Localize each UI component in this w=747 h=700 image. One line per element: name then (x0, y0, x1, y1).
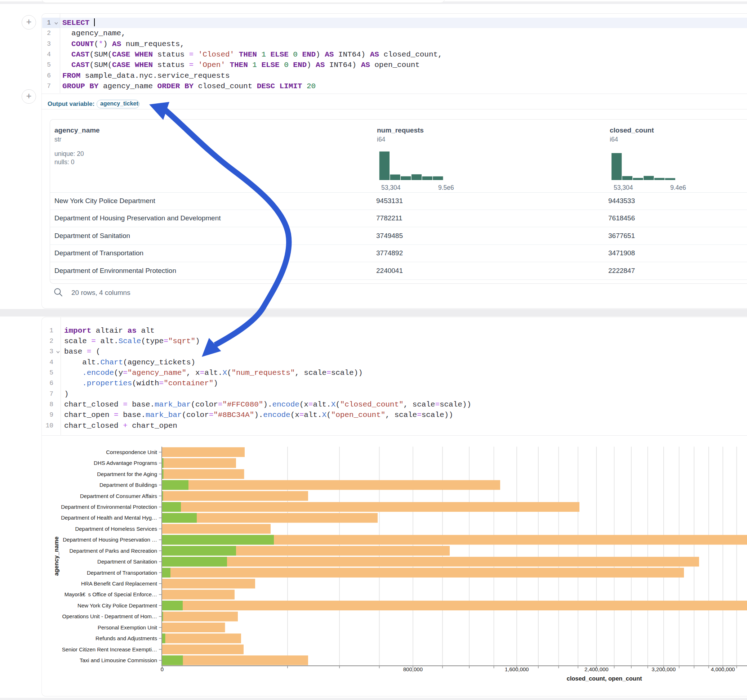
svg-text:DHS Advantage Programs: DHS Advantage Programs (94, 460, 157, 466)
svg-text:Department of Buildings: Department of Buildings (100, 482, 157, 488)
svg-text:Taxi and Limousine Commission: Taxi and Limousine Commission (80, 657, 157, 663)
svg-text:4,000,000: 4,000,000 (711, 666, 735, 672)
svg-text:New York City Police Departmen: New York City Police Department (77, 602, 157, 608)
svg-text:Refunds and Adjustments: Refunds and Adjustments (95, 635, 157, 641)
svg-text:Operations Unit - Department o: Operations Unit - Department of Hom… (62, 613, 157, 619)
svg-text:agency_name: agency_name (53, 537, 59, 576)
svg-text:Department of Parks and Recrea: Department of Parks and Recreation (70, 548, 157, 554)
svg-text:Department of Health and Menta: Department of Health and Mental Hyg… (61, 514, 157, 520)
svg-text:Department for the Aging: Department for the Aging (97, 471, 157, 477)
svg-text:800,000: 800,000 (403, 666, 423, 672)
svg-text:Department of Housing Preserva: Department of Housing Preservation … (63, 537, 157, 543)
svg-text:HRA Benefit Card Replacement: HRA Benefit Card Replacement (81, 581, 157, 587)
svg-text:Department of Consumer Affairs: Department of Consumer Affairs (80, 493, 157, 499)
svg-text:Department of Sanitation: Department of Sanitation (97, 558, 157, 564)
svg-text:Correspondence Unit: Correspondence Unit (106, 449, 157, 455)
svg-text:Senior Citizen Rent Increase E: Senior Citizen Rent Increase Exempti… (62, 646, 157, 652)
svg-text:Department of Homeless Service: Department of Homeless Services (75, 526, 157, 532)
svg-text:2,400,000: 2,400,000 (584, 666, 609, 672)
svg-text:Personal Exemption Unit: Personal Exemption Unit (98, 625, 157, 631)
svg-text:Department of Transportation: Department of Transportation (87, 570, 157, 576)
svg-text:0: 0 (161, 666, 163, 672)
svg-text:1,600,000: 1,600,000 (505, 666, 529, 672)
svg-text:Department of Environmental Pr: Department of Environmental Protection (61, 504, 157, 510)
svg-text:closed_count, open_count: closed_count, open_count (567, 675, 642, 682)
svg-text:Mayorâ€ s Office of Special En: Mayorâ€ s Office of Special Enforce… (65, 591, 157, 597)
svg-text:3,200,000: 3,200,000 (652, 666, 676, 672)
